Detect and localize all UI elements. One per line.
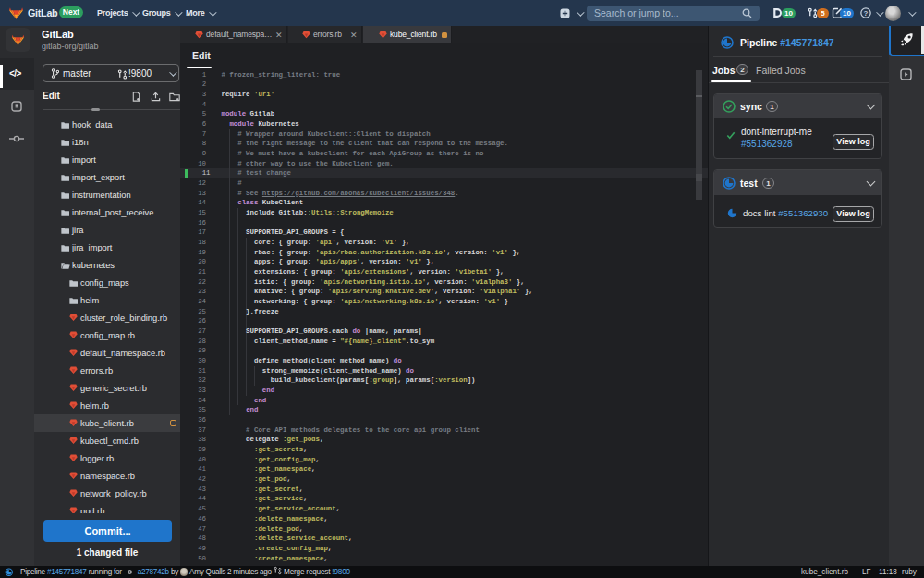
svg-text:?: ? bbox=[864, 8, 869, 17]
